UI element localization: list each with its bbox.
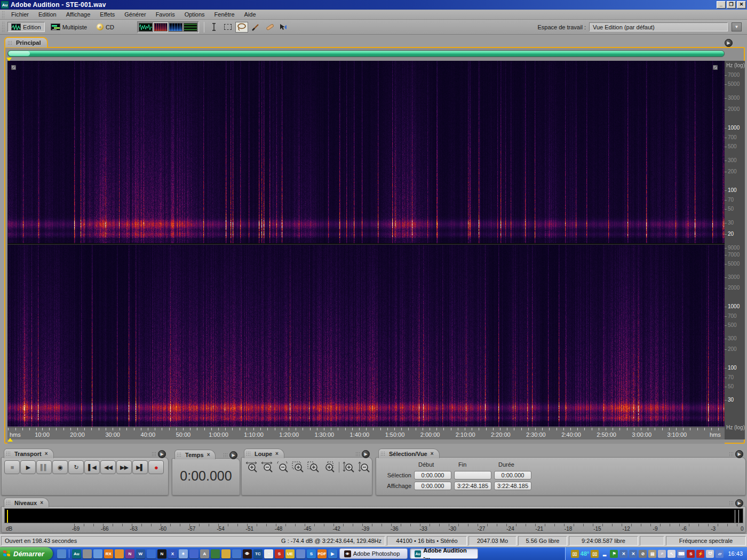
multipiste-view-button[interactable]: Multipiste: [47, 22, 91, 32]
zoom-grabber-top-left-icon[interactable]: [11, 65, 16, 70]
rx-icon[interactable]: RX: [104, 549, 113, 558]
meter-tray-icon[interactable]: ▯▯: [571, 550, 579, 558]
selection-vue-close-icon[interactable]: ×: [431, 451, 434, 457]
loupe-tab[interactable]: Loupe ×: [244, 449, 284, 458]
temps-panel-menu-button[interactable]: ▶: [229, 451, 237, 459]
transport-close-icon[interactable]: ×: [45, 451, 48, 457]
selvue-field-slection-1[interactable]: [454, 471, 491, 479]
marquee-selection-tool[interactable]: [221, 22, 234, 33]
principal-panel-menu-button[interactable]: ▶: [725, 39, 733, 47]
minimize-button[interactable]: _: [717, 1, 726, 9]
mouse-icon[interactable]: ᗢ: [706, 550, 714, 558]
pointer-icon[interactable]: ↖: [667, 550, 676, 558]
viewer-icon[interactable]: A: [200, 549, 209, 558]
toolbar-grip[interactable]: [2, 21, 5, 33]
diamond-icon[interactable]: [189, 549, 198, 558]
burst-icon[interactable]: ✶: [179, 549, 188, 558]
selection-vue-panel-menu-button[interactable]: ▶: [735, 450, 743, 458]
menu-gnrer[interactable]: Générer: [120, 10, 150, 19]
clock[interactable]: 16:43: [728, 550, 743, 557]
green-dash-icon[interactable]: ▂: [600, 550, 608, 558]
menu-affichage[interactable]: Affichage: [61, 10, 96, 19]
cd-view-button[interactable]: CD: [93, 22, 118, 32]
selvue-field-slection-2[interactable]: 0:00.000: [494, 471, 531, 479]
selvue-field-affichage-2[interactable]: 3:22:48.185: [494, 482, 531, 490]
go-to-beginning-button[interactable]: ▌◀: [84, 460, 100, 474]
pdf-icon[interactable]: PDF: [317, 549, 327, 558]
spectrogram-canvas-left-channel[interactable]: [7, 61, 725, 243]
numpad-icon[interactable]: ⌨: [677, 550, 685, 558]
scrub-tool[interactable]: [277, 22, 290, 33]
play-from-cursor-button[interactable]: ◉: [52, 460, 68, 474]
zoom-out-vertical-button[interactable]: [357, 461, 371, 474]
play-button[interactable]: ▶: [20, 460, 36, 474]
selvue-field-slection-0[interactable]: 0:00.000: [414, 471, 451, 479]
menu-aide[interactable]: Aide: [240, 10, 261, 19]
workspace-dropdown-arrow-icon[interactable]: ▼: [732, 22, 742, 31]
word-icon[interactable]: W: [136, 549, 145, 558]
compass-icon[interactable]: ◔: [264, 549, 273, 558]
temperature-indicator[interactable]: 48°: [581, 550, 590, 557]
niveaux-close-icon[interactable]: ×: [40, 500, 43, 506]
start-button[interactable]: Démarrer: [0, 547, 53, 560]
swish-icon[interactable]: S: [307, 549, 316, 558]
transport-tab[interactable]: Transport ×: [4, 449, 54, 458]
zoom-in-left-edge-button[interactable]: [307, 461, 321, 474]
orange-app-icon[interactable]: [115, 549, 124, 558]
loop-play-button[interactable]: ↻: [68, 460, 84, 474]
battery-meter-icon[interactable]: ▯▯: [591, 550, 599, 558]
disk-icon[interactable]: ▤: [648, 550, 656, 558]
restore-button[interactable]: ❐: [727, 1, 736, 9]
time-ruler[interactable]: hms 10:0020:0030:0040:0050:001:00:001:10…: [7, 427, 725, 439]
sync-icon[interactable]: S: [687, 550, 695, 558]
photoshop-icon[interactable]: 👁: [243, 549, 252, 558]
zoom-in-vertical-button[interactable]: [342, 461, 356, 474]
pause-button[interactable]: ▌▌: [36, 460, 52, 474]
scanner-icon[interactable]: ⌕: [658, 550, 666, 558]
stop-button[interactable]: ■: [4, 460, 20, 474]
niveaux-panel-menu-button[interactable]: ▶: [735, 499, 743, 507]
zoom-in-right-edge-button[interactable]: [322, 461, 336, 474]
level-meter[interactable]: [4, 508, 743, 523]
calculator-icon[interactable]: [93, 549, 102, 558]
lasso-selection-tool[interactable]: [235, 22, 248, 33]
waveform-display-button[interactable]: [139, 23, 153, 31]
blue-small-icon[interactable]: [296, 549, 305, 558]
menu-fentre[interactable]: Fenêtre: [210, 10, 240, 19]
effects-paintbrush-tool[interactable]: [249, 22, 262, 33]
tc-icon[interactable]: TC: [253, 549, 263, 558]
network-offline2-icon[interactable]: ✕: [629, 550, 637, 558]
menu-grip[interactable]: [2, 11, 5, 18]
folder-icon[interactable]: ▱: [716, 550, 724, 558]
media-player-icon[interactable]: ▶: [328, 549, 337, 558]
menu-effets[interactable]: Effets: [95, 10, 120, 19]
menu-fichier[interactable]: Fichier: [6, 10, 34, 19]
zoom-in-horizontal-button[interactable]: [245, 461, 259, 474]
pan-display-button[interactable]: [184, 23, 197, 31]
fast-forward-button[interactable]: ▶▶: [116, 460, 132, 474]
blue-tool-icon[interactable]: X: [168, 549, 177, 558]
loupe-close-icon[interactable]: ×: [275, 451, 279, 457]
spectrogram-canvas-right-channel[interactable]: [7, 245, 725, 427]
audition-icon[interactable]: Au: [72, 549, 81, 558]
spot-healing-tool[interactable]: [263, 22, 276, 33]
title-bar[interactable]: Au Adobe Audition - STE-001.wav _ ❐ ✕: [0, 0, 747, 10]
taskbar-button-photoshop[interactable]: 👁 Adobe Photoshop: [339, 548, 408, 559]
loupe-panel-menu-button[interactable]: ▶: [362, 450, 370, 458]
tablet-icon[interactable]: [57, 549, 66, 558]
spectral-display-button[interactable]: [154, 23, 168, 31]
playhead-marker-bottom[interactable]: [7, 438, 13, 442]
zoom-grabber-top-right-icon[interactable]: [713, 65, 718, 70]
menu-options[interactable]: Options: [180, 10, 210, 19]
onenote-icon[interactable]: N: [125, 549, 134, 558]
selection-vue-tab[interactable]: Sélection/Vue ×: [378, 449, 440, 458]
horizontal-range-scrollbar[interactable]: [7, 50, 725, 57]
edition-view-button[interactable]: Edition: [7, 22, 45, 32]
neat-image-icon[interactable]: N: [157, 549, 166, 558]
globe-gold-icon[interactable]: [221, 549, 231, 558]
sphere-icon[interactable]: [83, 549, 92, 558]
selvue-field-affichage-1[interactable]: 3:22:48.185: [454, 482, 491, 490]
temps-tab[interactable]: Temps ×: [174, 450, 216, 459]
record-button[interactable]: ●: [148, 460, 164, 474]
time-selection-tool[interactable]: [208, 22, 220, 33]
